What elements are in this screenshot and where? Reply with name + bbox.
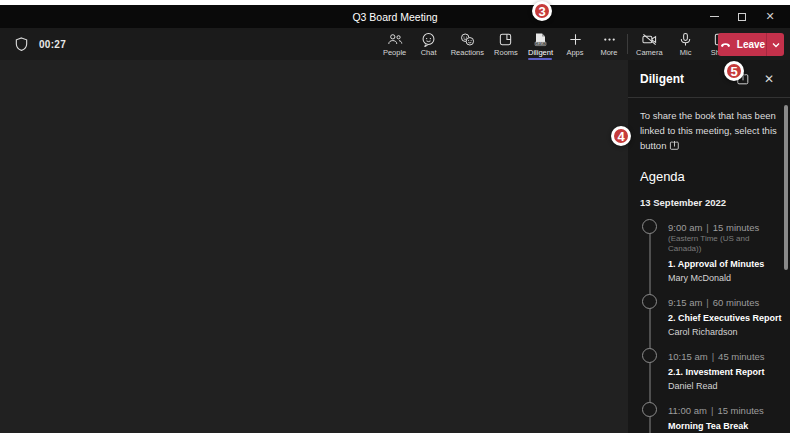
panel-close-button[interactable]: ✕ <box>760 70 778 88</box>
agenda-timeline: 9:00 am|15 minutes (Eastern Time (US and… <box>640 222 778 433</box>
toolbar-main-group: People Chat <box>381 30 623 60</box>
agenda-item-title: 2.1. Investment Report <box>668 367 778 378</box>
toolbar-item-label: Mic <box>680 48 692 57</box>
toolbar-item-label: Camera <box>636 48 663 57</box>
title-bar: Q3 Board Meeting ✕ <box>0 5 790 28</box>
inline-share-icon <box>669 140 680 155</box>
plus-icon <box>568 32 583 47</box>
agenda-date: 13 September 2022 <box>640 197 778 208</box>
maximize-icon <box>738 13 746 21</box>
toolbar-item-mic[interactable]: Mic <box>672 30 700 57</box>
toolbar-item-label: Rooms <box>494 48 518 57</box>
leave-button-label: Leave <box>737 39 765 50</box>
meeting-stage <box>0 60 628 433</box>
leave-button[interactable]: Leave <box>718 33 784 56</box>
toolbar-item-label: Chat <box>421 48 437 57</box>
agenda-item-title: 1. Approval of Minutes <box>668 259 778 270</box>
toolbar-item-label: People <box>383 48 406 57</box>
teams-meeting-window: Q3 Board Meeting ✕ 00:27 People <box>0 5 790 433</box>
chevron-down-icon <box>772 42 780 48</box>
agenda-item-presenter: Carol Richardson <box>668 327 778 338</box>
agenda-node-icon <box>642 219 657 234</box>
agenda-item-title: 2. Chief Executives Report <box>668 313 778 324</box>
toolbar-item-label: Reactions <box>451 48 484 57</box>
meeting-timer: 00:27 <box>14 28 66 60</box>
agenda-item[interactable]: 11:00 am|15 minutes Morning Tea Break <box>640 405 778 432</box>
toolbar-item-label: Diligent <box>528 48 553 57</box>
toolbar-item-people[interactable]: People <box>381 30 409 57</box>
toolbar-item-apps[interactable]: Apps <box>561 30 589 57</box>
share-instruction-text: To share the book that has been linked t… <box>640 110 777 151</box>
diligent-panel-header: Diligent ✕ <box>628 60 790 98</box>
toolbar-item-reactions[interactable]: Reactions <box>449 30 486 57</box>
agenda-item-time: 11:00 am|15 minutes <box>668 405 778 416</box>
svg-text:DEMO: DEMO <box>536 42 546 46</box>
agenda-node-icon <box>642 294 657 309</box>
hang-up-icon <box>719 39 732 50</box>
panel-title: Diligent <box>640 72 726 86</box>
toolbar-item-label: Apps <box>566 48 583 57</box>
close-button[interactable]: ✕ <box>756 5 784 28</box>
agenda-item-time: 9:00 am|15 minutes <box>668 222 778 233</box>
shield-icon <box>14 36 29 52</box>
share-instruction: To share the book that has been linked t… <box>640 108 778 155</box>
meeting-timer-text: 00:27 <box>39 39 66 50</box>
mic-icon <box>678 32 693 47</box>
agenda-item[interactable]: 9:00 am|15 minutes (Eastern Time (US and… <box>640 222 778 284</box>
agenda-item-presenter: Daniel Read <box>668 381 778 392</box>
toolbar-item-camera[interactable]: Camera <box>634 30 665 57</box>
people-icon <box>387 32 403 47</box>
agenda-item[interactable]: 10:15 am|45 minutes 2.1. Investment Repo… <box>640 351 778 392</box>
toolbar-item-label: More <box>600 48 617 57</box>
panel-close-icon: ✕ <box>764 72 774 86</box>
window-title: Q3 Board Meeting <box>352 11 437 23</box>
callout-3: 3 <box>532 1 552 21</box>
meeting-toolbar: 00:27 People Chat <box>0 28 790 60</box>
window-controls: ✕ <box>700 5 784 28</box>
close-icon: ✕ <box>765 10 774 23</box>
agenda-node-icon <box>642 348 657 363</box>
agenda-node-icon <box>642 402 657 417</box>
toolbar-item-diligent[interactable]: DEMO Diligent <box>526 30 555 57</box>
agenda-item-time: 10:15 am|45 minutes <box>668 351 778 362</box>
agenda-item-title: Morning Tea Break <box>668 421 778 432</box>
agenda-heading: Agenda <box>640 169 778 184</box>
camera-off-icon <box>641 32 658 47</box>
reactions-icon <box>459 32 475 47</box>
toolbar-item-more[interactable]: More <box>595 30 623 57</box>
agenda-item[interactable]: 9:15 am|60 minutes 2. Chief Executives R… <box>640 297 778 338</box>
diligent-app-icon: DEMO <box>532 32 548 47</box>
diligent-panel: Diligent ✕ To share the book that has be… <box>628 60 790 433</box>
diligent-panel-body: To share the book that has been linked t… <box>628 98 790 433</box>
more-ellipsis-icon <box>602 32 617 47</box>
agenda-item-presenter: Mary McDonald <box>668 273 778 284</box>
leave-button-main[interactable]: Leave <box>718 33 766 56</box>
toolbar-divider <box>627 34 628 54</box>
agenda-item-timezone: (Eastern Time (US and Canada)) <box>668 234 778 254</box>
agenda-item-time: 9:15 am|60 minutes <box>668 297 778 308</box>
minimize-button[interactable] <box>700 5 728 28</box>
maximize-button[interactable] <box>728 5 756 28</box>
callout-4: 4 <box>611 126 631 146</box>
toolbar-item-rooms[interactable]: Rooms <box>492 30 520 57</box>
toolbar-item-chat[interactable]: Chat <box>415 30 443 57</box>
panel-scrollbar-thumb[interactable] <box>784 105 788 270</box>
minimize-icon <box>710 16 719 17</box>
leave-options-chevron[interactable] <box>767 33 784 56</box>
callout-5: 5 <box>724 61 744 81</box>
rooms-icon <box>498 32 513 47</box>
chat-icon <box>421 32 436 47</box>
